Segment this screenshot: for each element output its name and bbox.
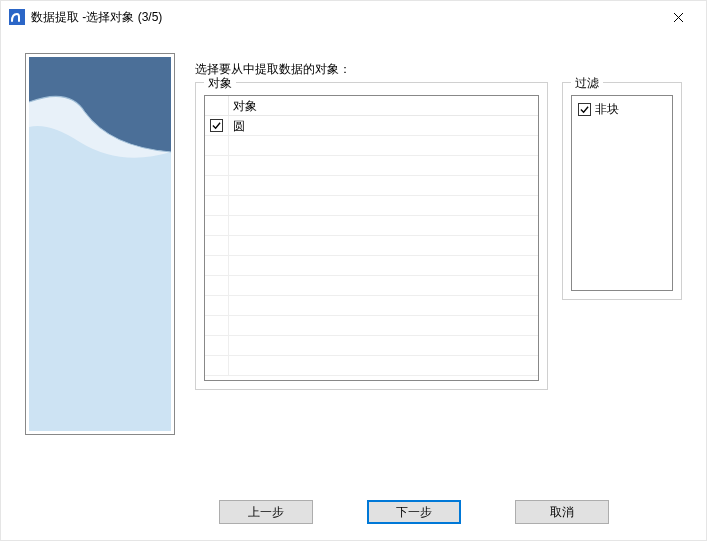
instruction-label: 选择要从中提取数据的对象：	[195, 61, 682, 78]
titlebar: 数据提取 -选择对象 (3/5)	[1, 1, 706, 33]
objects-row-label: 圆	[229, 116, 538, 136]
objects-list-header: 对象	[205, 96, 538, 116]
filter-item[interactable]: 非块	[578, 100, 666, 118]
columns: 对象 对象 圆	[195, 82, 682, 484]
right-content: 选择要从中提取数据的对象： 对象 对象 圆	[195, 53, 682, 484]
dialog-window: 数据提取 -选择对象 (3/5) 选择要从中提取数据的对象： 对象	[0, 0, 707, 541]
objects-header-checkcol	[205, 96, 229, 115]
close-button[interactable]	[658, 2, 698, 32]
svg-rect-0	[9, 9, 25, 25]
objects-list[interactable]: 对象 圆	[204, 95, 539, 381]
objects-row-checkcell[interactable]	[205, 116, 229, 135]
objects-header-label: 对象	[229, 96, 538, 116]
page-preview	[29, 57, 171, 431]
body-area: 选择要从中提取数据的对象： 对象 对象 圆	[1, 33, 706, 484]
objects-row-checkbox[interactable]	[210, 119, 223, 132]
filter-group: 过滤 非块	[562, 82, 682, 300]
objects-group-legend: 对象	[204, 75, 236, 92]
objects-group: 对象 对象 圆	[195, 82, 548, 390]
back-button[interactable]: 上一步	[219, 500, 313, 524]
page-fold-graphic	[29, 57, 171, 431]
filter-group-legend: 过滤	[571, 75, 603, 92]
preview-panel	[25, 53, 175, 435]
app-icon	[9, 9, 25, 25]
filter-list: 非块	[571, 95, 673, 291]
close-icon	[673, 12, 684, 23]
objects-list-row[interactable]: 圆	[205, 116, 538, 136]
button-row: 上一步 下一步 取消	[1, 484, 706, 540]
cancel-button[interactable]: 取消	[515, 500, 609, 524]
window-title: 数据提取 -选择对象 (3/5)	[31, 9, 658, 26]
filter-item-checkbox[interactable]	[578, 103, 591, 116]
next-button[interactable]: 下一步	[367, 500, 461, 524]
filter-item-label: 非块	[595, 101, 619, 118]
